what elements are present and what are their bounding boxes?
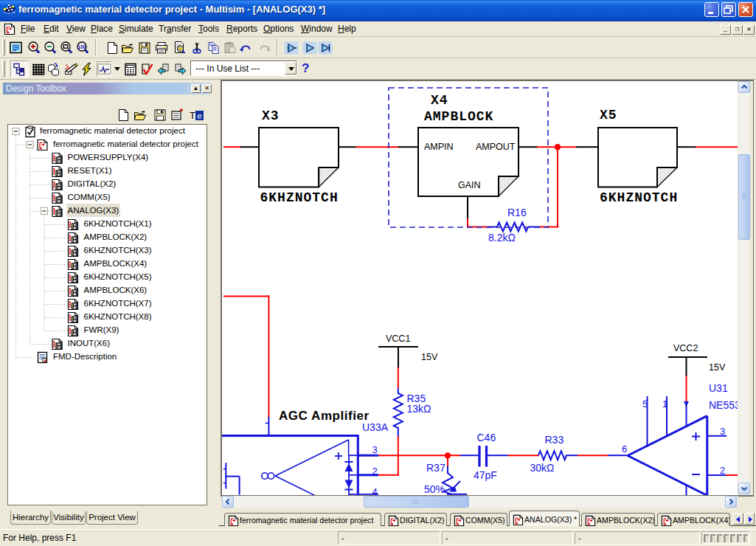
svg-text:U31: U31: [709, 382, 728, 394]
svg-text:U33A: U33A: [362, 421, 389, 433]
svg-text:3: 3: [372, 444, 378, 455]
svg-text:X5: X5: [600, 108, 617, 122]
svg-text:13kΩ: 13kΩ: [407, 403, 431, 415]
svg-text:3: 3: [720, 426, 725, 437]
svg-text:H: H: [72, 289, 77, 297]
svg-text:5: 5: [642, 398, 648, 410]
svg-text:100: 100: [78, 44, 86, 49]
svg-text:4: 4: [372, 486, 378, 496]
svg-text:30kΩ: 30kΩ: [530, 462, 555, 474]
svg-text:H: H: [57, 170, 61, 177]
svg-text:AGC Amplifier: AGC Amplifier: [279, 409, 370, 423]
svg-text:H: H: [57, 342, 61, 350]
svg-text:H: H: [72, 316, 77, 323]
svg-text:H: H: [72, 236, 77, 243]
svg-text:2: 2: [372, 466, 378, 477]
svg-text:H: H: [72, 263, 77, 270]
svg-text:15V: 15V: [709, 362, 726, 373]
svg-text:1: 1: [662, 398, 667, 410]
svg-text:47pF: 47pF: [474, 469, 497, 481]
svg-text:6: 6: [622, 443, 627, 455]
svg-text:15V: 15V: [421, 352, 438, 362]
svg-text:H: H: [72, 249, 77, 257]
svg-text:H: H: [72, 223, 77, 230]
svg-text:50%: 50%: [424, 483, 445, 495]
svg-text:H: H: [72, 276, 77, 283]
svg-text:C46: C46: [477, 432, 496, 443]
svg-text:H: H: [57, 183, 61, 190]
svg-text:H: H: [57, 156, 61, 164]
svg-text:AMPIN: AMPIN: [424, 142, 454, 152]
svg-text:X3: X3: [262, 108, 280, 123]
svg-text:e: e: [197, 111, 201, 120]
svg-text:6KHZNOTCH: 6KHZNOTCH: [260, 190, 339, 205]
svg-text:VCC2: VCC2: [673, 343, 698, 353]
svg-text:H: H: [72, 329, 77, 336]
svg-text:NE5534: NE5534: [709, 399, 738, 411]
svg-text:2: 2: [720, 465, 725, 476]
svg-text:H: H: [57, 210, 61, 217]
svg-text:GAIN: GAIN: [458, 180, 481, 190]
svg-text:R33: R33: [545, 434, 564, 446]
svg-text:H: H: [57, 196, 61, 204]
svg-text:R16: R16: [507, 207, 527, 218]
svg-text:8.2kΩ: 8.2kΩ: [488, 232, 516, 243]
svg-text:6KHZNOTCH: 6KHZNOTCH: [600, 190, 678, 205]
svg-text:AMPOUT: AMPOUT: [476, 142, 516, 152]
svg-text:T: T: [190, 110, 195, 121]
svg-text:H: H: [72, 303, 77, 310]
svg-text:X4: X4: [431, 93, 448, 108]
svg-text:VCC1: VCC1: [386, 334, 410, 344]
svg-text:R37: R37: [426, 462, 445, 474]
svg-text:AMPBLOCK: AMPBLOCK: [424, 109, 493, 124]
